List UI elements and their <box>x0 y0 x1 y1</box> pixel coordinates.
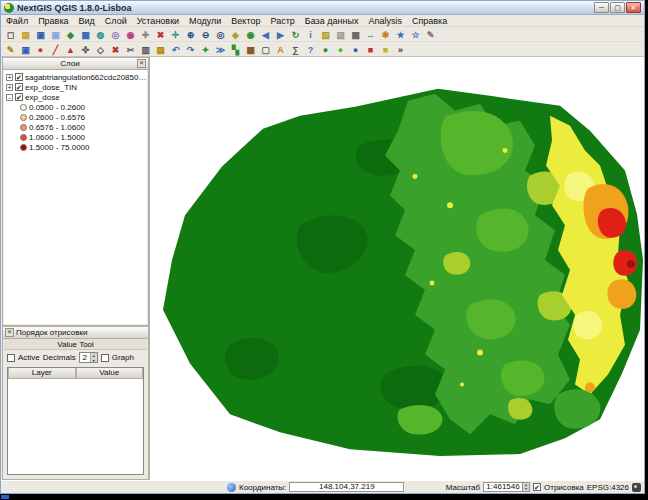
analysis-tool-yellow-icon[interactable]: ■ <box>378 43 393 56</box>
refresh-icon[interactable]: ↻ <box>288 28 303 41</box>
add-spatialite-layer-icon[interactable]: ◎ <box>108 28 123 41</box>
analysis-tool-red-icon[interactable]: ■ <box>363 43 378 56</box>
toggle-editing-icon[interactable]: ✎ <box>3 43 18 56</box>
capture-polygon-icon[interactable]: ▲ <box>63 43 78 56</box>
minimize-button[interactable]: ─ <box>594 2 609 13</box>
graph-checkbox[interactable] <box>101 354 109 362</box>
zoom-full-icon[interactable]: ◎ <box>213 28 228 41</box>
python-console-icon[interactable]: ≫ <box>213 43 228 56</box>
coordinates-input[interactable]: 148.104,37.219 <box>289 482 404 492</box>
draw-order-close-icon[interactable]: ✕ <box>5 328 14 337</box>
redo-icon[interactable]: ↷ <box>183 43 198 56</box>
layers-panel-close-icon[interactable]: ✕ <box>137 59 146 68</box>
copy-features-icon[interactable]: ▥ <box>138 43 153 56</box>
crs-status-icon[interactable] <box>632 483 641 492</box>
new-bookmark-icon[interactable]: ★ <box>393 28 408 41</box>
node-tool-icon[interactable]: ◇ <box>93 43 108 56</box>
move-feature-icon[interactable]: ✜ <box>78 43 93 56</box>
zoom-to-selection-icon[interactable]: ◈ <box>228 28 243 41</box>
crs-status-label[interactable]: EPSG:4326 <box>587 483 629 492</box>
add-raster-layer-icon[interactable]: ▦ <box>78 28 93 41</box>
analysis-tool-blue-icon[interactable]: ● <box>348 43 363 56</box>
menu-item[interactable]: Вид <box>74 15 100 27</box>
layer-row[interactable]: + ✔ exp_dose_TIN <box>4 82 147 92</box>
zoom-out-icon[interactable]: ⊖ <box>198 28 213 41</box>
select-features-icon[interactable]: ▨ <box>318 28 333 41</box>
save-edits-icon[interactable]: ▣ <box>18 43 33 56</box>
maximize-button[interactable]: ▢ <box>610 2 625 13</box>
layer-row-exp-dose[interactable]: - ✔ exp_dose <box>4 92 147 102</box>
layer-row[interactable]: + ✔ sagabtriangulation662cdc2085044b35..… <box>4 72 147 82</box>
zoom-in-icon[interactable]: ⊕ <box>183 28 198 41</box>
menu-item[interactable]: Модули <box>184 15 226 27</box>
legend-item[interactable]: 0.6576 - 1.0600 <box>4 122 147 132</box>
georeferencer-icon[interactable]: ▦ <box>243 43 258 56</box>
coordinates-icon[interactable] <box>227 483 236 492</box>
map-tips-icon[interactable]: ✱ <box>378 28 393 41</box>
scale-input[interactable]: 1:461546 <box>483 482 523 492</box>
undo-icon[interactable]: ↶ <box>168 43 183 56</box>
expander-icon[interactable]: - <box>6 94 13 101</box>
grass-toolbox-icon[interactable]: ▚ <box>228 43 243 56</box>
analysis-tool-lightgreen-icon[interactable]: ● <box>333 43 348 56</box>
map-canvas[interactable] <box>149 57 644 480</box>
layers-panel-title-bar[interactable]: Слои ✕ <box>3 58 148 70</box>
capture-line-icon[interactable]: ╱ <box>48 43 63 56</box>
layer-checkbox[interactable]: ✔ <box>15 83 23 91</box>
show-bookmarks-icon[interactable]: ☆ <box>408 28 423 41</box>
analysis-tool-green-icon[interactable]: ● <box>318 43 333 56</box>
spin-down-icon[interactable]: ▾ <box>91 358 97 363</box>
add-postgis-layer-icon[interactable]: ◍ <box>93 28 108 41</box>
menu-item[interactable]: Вектор <box>226 15 265 27</box>
toolbar-overflow-icon[interactable]: » <box>393 43 408 56</box>
menu-item[interactable]: Растр <box>265 15 299 27</box>
add-vector-layer-icon[interactable]: ◆ <box>63 28 78 41</box>
table-column-header[interactable]: Layer <box>8 368 76 379</box>
zoom-last-icon[interactable]: ◀ <box>258 28 273 41</box>
cut-features-icon[interactable]: ✂ <box>123 43 138 56</box>
menu-item[interactable]: Справка <box>407 15 452 27</box>
annotation-icon[interactable]: ✎ <box>423 28 438 41</box>
menu-item[interactable]: Analysis <box>363 15 407 27</box>
legend-item[interactable]: 1.5000 - 75.0000 <box>4 142 147 152</box>
menu-item[interactable]: Слой <box>100 15 132 27</box>
help-contents-icon[interactable]: ? <box>303 43 318 56</box>
new-shapefile-layer-icon[interactable]: ✚ <box>138 28 153 41</box>
expander-icon[interactable]: + <box>6 74 13 81</box>
save-project-as-icon[interactable]: ▣ <box>48 28 63 41</box>
legend-item[interactable]: 1.0600 - 1.5000 <box>4 132 147 142</box>
expander-icon[interactable]: + <box>6 84 13 91</box>
menu-item[interactable]: База данных <box>300 15 364 27</box>
layer-checkbox[interactable]: ✔ <box>15 73 23 81</box>
labeling-icon[interactable]: A <box>273 43 288 56</box>
close-button[interactable]: ✕ <box>626 2 641 13</box>
deselect-features-icon[interactable]: ▧ <box>333 28 348 41</box>
decimals-spinner[interactable]: 2 ▴ ▾ <box>79 352 98 363</box>
menu-item[interactable]: Правка <box>33 15 73 27</box>
zoom-to-layer-icon[interactable]: ◉ <box>243 28 258 41</box>
add-wms-layer-icon[interactable]: ◉ <box>123 28 138 41</box>
title-bar[interactable]: NextGIS QGIS 1.8.0-Lisboa ─ ▢ ✕ <box>1 1 644 15</box>
field-calculator-icon[interactable]: ∑ <box>288 43 303 56</box>
remove-layer-icon[interactable]: ✖ <box>153 28 168 41</box>
legend-item[interactable]: 0.0500 - 0.2600 <box>4 102 147 112</box>
scale-spinner[interactable]: ▴ ▾ <box>523 482 530 492</box>
table-column-header[interactable]: Value <box>76 368 144 379</box>
open-attribute-table-icon[interactable]: ▦ <box>348 28 363 41</box>
zoom-next-icon[interactable]: ▶ <box>273 28 288 41</box>
legend-item[interactable]: 0.2600 - 0.6576 <box>4 112 147 122</box>
pan-map-icon[interactable]: ✛ <box>168 28 183 41</box>
plugin-manager-icon[interactable]: ✦ <box>198 43 213 56</box>
layer-checkbox[interactable]: ✔ <box>15 93 23 101</box>
save-project-icon[interactable]: ▣ <box>33 28 48 41</box>
identify-features-icon[interactable]: i <box>303 28 318 41</box>
draw-order-title-bar[interactable]: ✕ Порядок отрисовки <box>3 327 148 339</box>
menu-item[interactable]: Файл <box>1 15 33 27</box>
delete-selected-icon[interactable]: ✖ <box>108 43 123 56</box>
print-composer-icon[interactable]: ▢ <box>258 43 273 56</box>
measure-line-icon[interactable]: ↔ <box>363 28 378 41</box>
menu-item[interactable]: Установки <box>132 15 184 27</box>
open-project-icon[interactable]: ▤ <box>18 28 33 41</box>
paste-features-icon[interactable]: ▤ <box>153 43 168 56</box>
new-project-icon[interactable]: ◻ <box>3 28 18 41</box>
